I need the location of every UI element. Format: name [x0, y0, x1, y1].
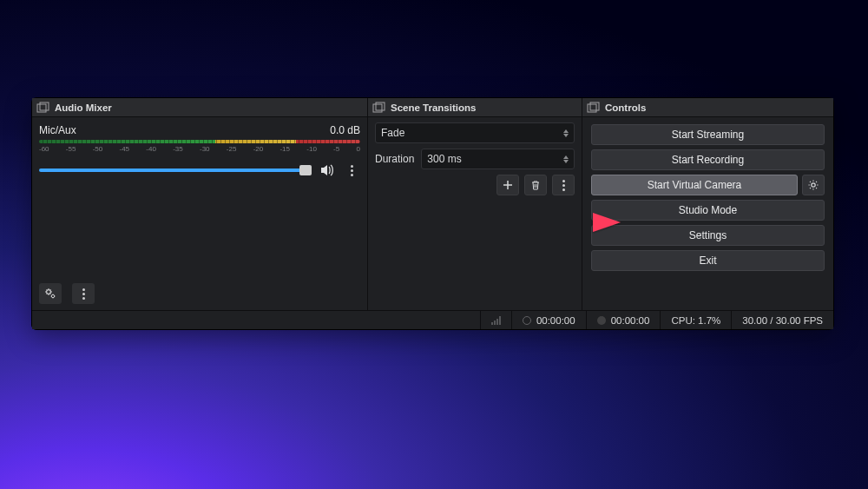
- svg-rect-0: [37, 104, 46, 112]
- scene-transitions-title: Scene Transitions: [391, 102, 476, 113]
- network-signal-icon: [491, 316, 501, 325]
- vu-tick: -35: [173, 145, 183, 153]
- vu-tick: -5: [333, 145, 339, 153]
- vu-tick: -60: [39, 145, 49, 153]
- channel-header: Mic/Aux 0.0 dB: [39, 124, 360, 136]
- fps-display: 30.00 / 30.00 FPS: [742, 315, 823, 326]
- channel-db: 0.0 dB: [330, 124, 360, 136]
- settings-button[interactable]: Settings: [591, 225, 825, 246]
- remove-transition-button[interactable]: [524, 175, 547, 195]
- obs-window: Audio Mixer Mic/Aux 0.0 dB -60-55-50-45-…: [31, 97, 834, 330]
- vu-tick: -30: [200, 145, 210, 153]
- vu-tick: -55: [66, 145, 76, 153]
- status-record: 00:00:00: [586, 311, 661, 329]
- add-transition-button[interactable]: [496, 175, 519, 195]
- controls-panel: Controls Start Streaming Start Recording…: [582, 98, 833, 310]
- audio-mixer-body: Mic/Aux 0.0 dB -60-55-50-45-40-35-30-25-…: [32, 117, 367, 310]
- vu-tick-labels: -60-55-50-45-40-35-30-25-20-15-10-50: [39, 145, 360, 153]
- audio-mixer-header: Audio Mixer: [32, 98, 367, 117]
- volume-slider[interactable]: [39, 169, 312, 172]
- svg-point-8: [812, 183, 815, 187]
- vu-tick: -45: [119, 145, 129, 153]
- spinner-arrows-icon: [563, 155, 569, 163]
- status-stream: 00:00:00: [511, 311, 586, 329]
- duration-value: 300 ms: [427, 153, 461, 165]
- dock-icon: [37, 102, 49, 113]
- record-indicator-icon: [597, 316, 606, 325]
- dock-icon: [373, 102, 385, 113]
- transition-properties-button[interactable]: [552, 175, 575, 195]
- transition-select-value: Fade: [381, 127, 404, 139]
- vu-tick: -50: [93, 145, 103, 153]
- controls-header: Controls: [582, 98, 833, 117]
- start-recording-button[interactable]: Start Recording: [591, 149, 825, 170]
- stream-indicator-icon: [523, 316, 531, 325]
- scene-transitions-body: Fade Duration 300 ms: [368, 117, 582, 310]
- channel-menu-button[interactable]: [343, 162, 360, 179]
- controls-title: Controls: [605, 102, 646, 113]
- audio-mixer-footer: [39, 277, 360, 305]
- start-virtual-camera-button[interactable]: Start Virtual Camera: [591, 175, 798, 195]
- gear-icon: [807, 179, 819, 191]
- speaker-icon[interactable]: [319, 162, 336, 179]
- transition-buttons-row: [375, 175, 575, 195]
- channel-name: Mic/Aux: [39, 124, 76, 136]
- audio-mixer-panel: Audio Mixer Mic/Aux 0.0 dB -60-55-50-45-…: [32, 98, 368, 310]
- vu-tick: -25: [227, 145, 237, 153]
- virtual-camera-row: Start Virtual Camera: [591, 175, 825, 195]
- controls-buttons: Start Streaming Start Recording Start Vi…: [589, 122, 826, 273]
- vu-tick: -10: [306, 145, 317, 153]
- svg-rect-1: [40, 102, 49, 110]
- svg-point-2: [47, 290, 51, 294]
- duration-input[interactable]: 300 ms: [421, 149, 575, 169]
- panels-row: Audio Mixer Mic/Aux 0.0 dB -60-55-50-45-…: [32, 98, 833, 310]
- cpu-usage: CPU: 1.7%: [671, 315, 720, 326]
- trash-icon: [530, 180, 541, 190]
- volume-slider-thumb[interactable]: [299, 165, 312, 175]
- audio-mixer-menu-button[interactable]: [72, 283, 95, 304]
- stream-time: 00:00:00: [536, 315, 575, 326]
- duration-row: Duration 300 ms: [375, 149, 575, 169]
- vu-tick: -20: [253, 145, 264, 153]
- status-network: [480, 311, 511, 329]
- vertical-dots-icon: [562, 180, 565, 191]
- scene-transitions-header: Scene Transitions: [368, 98, 582, 117]
- exit-button[interactable]: Exit: [591, 250, 825, 271]
- start-streaming-button[interactable]: Start Streaming: [591, 124, 825, 145]
- controls-body: Start Streaming Start Recording Start Vi…: [582, 117, 833, 310]
- record-time: 00:00:00: [611, 315, 650, 326]
- svg-point-3: [51, 294, 54, 297]
- studio-mode-button[interactable]: Studio Mode: [591, 200, 825, 221]
- status-bar: 00:00:00 00:00:00 CPU: 1.7% 30.00 / 30.0…: [32, 310, 833, 329]
- scene-transitions-panel: Scene Transitions Fade Duration 300 ms: [368, 98, 582, 310]
- duration-label: Duration: [375, 153, 414, 165]
- svg-rect-7: [590, 102, 599, 110]
- transition-select[interactable]: Fade: [375, 122, 575, 143]
- dock-icon: [588, 102, 600, 113]
- volume-slider-row: [39, 162, 360, 179]
- status-fps: 30.00 / 30.00 FPS: [731, 311, 833, 329]
- svg-rect-5: [376, 102, 385, 110]
- advanced-audio-button[interactable]: [39, 283, 62, 304]
- select-arrows-icon: [563, 129, 569, 137]
- vu-tick: -40: [146, 145, 156, 153]
- svg-rect-4: [373, 104, 382, 112]
- svg-rect-6: [588, 104, 596, 112]
- virtual-camera-settings-button[interactable]: [802, 175, 825, 195]
- vu-tick: 0: [357, 145, 360, 153]
- status-cpu: CPU: 1.7%: [660, 311, 731, 329]
- vu-tick: -15: [279, 145, 290, 153]
- audio-mixer-title: Audio Mixer: [55, 102, 112, 113]
- vu-meter: [39, 140, 360, 143]
- plus-icon: [503, 180, 513, 190]
